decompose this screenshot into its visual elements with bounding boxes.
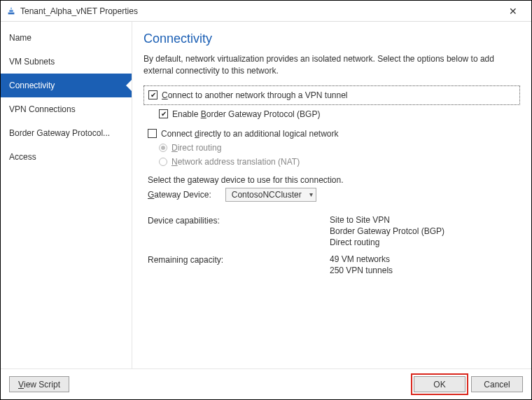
remaining-value: 49 VM networks [330,254,520,265]
checkbox-connect-vpn[interactable]: Connect to another network through a VPN… [148,89,515,102]
sidebar-item-bgp[interactable]: Border Gateway Protocol... [1,121,132,145]
capability-value: Border Gateway Protcol (BGP) [330,226,520,237]
capability-value: Site to Site VPN [330,214,520,226]
svg-rect-1 [9,10,13,12]
sidebar-item-vm-subnets[interactable]: VM Subnets [1,50,132,74]
checkbox-enable-bgp[interactable]: Enable Border Gateway Protocol (BGP) [159,108,520,120]
checkbox-label: Connect directly to an additional logica… [161,129,339,139]
titlebar: Tenant_Alpha_vNET Properties ✕ [1,1,531,22]
checkbox-label: Enable Border Gateway Protocol (BGP) [172,109,320,119]
radio-label: Direct routing [172,143,221,153]
page-title: Connectivity [144,32,520,46]
sidebar-item-name[interactable]: Name [1,26,132,50]
sidebar: Name VM Subnets Connectivity VPN Connect… [1,22,132,368]
footer: View Script OK Cancel [1,368,531,399]
ok-button[interactable]: OK [414,376,465,392]
checkbox-icon [148,90,158,99]
sidebar-item-vpn-connections[interactable]: VPN Connections [1,97,132,121]
window-title: Tenant_Alpha_vNET Properties [20,6,500,16]
app-icon [6,6,16,16]
gateway-device-combo[interactable]: ContosoNCCluster ▾ [225,188,316,202]
sidebar-item-connectivity[interactable]: Connectivity [1,74,132,97]
cancel-button[interactable]: Cancel [471,376,523,392]
sidebar-item-access[interactable]: Access [1,145,132,169]
checkbox-icon [159,109,168,118]
radio-label: Network address translation (NAT) [172,157,300,167]
device-capabilities-label: Device capabilities: [148,214,323,248]
close-button[interactable]: ✕ [500,6,526,17]
remaining-capacity-label: Remaining capacity: [148,254,323,276]
remaining-value: 250 VPN tunnels [330,265,520,276]
radio-nat: Network address translation (NAT) [159,156,520,168]
svg-rect-2 [10,7,12,9]
checkbox-icon [148,129,157,138]
checkbox-connect-direct[interactable]: Connect directly to an additional logica… [144,127,520,140]
gateway-prompt: Select the gateway device to use for thi… [144,175,520,185]
page-description: By default, network virtualization provi… [144,53,520,77]
chevron-down-icon: ▾ [309,191,313,198]
vpn-option-group: Connect to another network through a VPN… [144,85,520,105]
combo-value: ContosoNCCluster [232,190,302,200]
capability-value: Direct routing [330,237,520,248]
svg-rect-0 [8,12,15,14]
content-pane: Connectivity By default, network virtual… [132,22,531,368]
view-script-button[interactable]: View Script [9,376,69,392]
radio-icon [159,158,167,166]
checkbox-label: Connect to another network through a VPN… [162,90,348,100]
radio-icon [159,144,167,152]
radio-direct-routing: Direct routing [159,142,520,154]
gateway-device-label: Gateway Device: [148,190,211,200]
